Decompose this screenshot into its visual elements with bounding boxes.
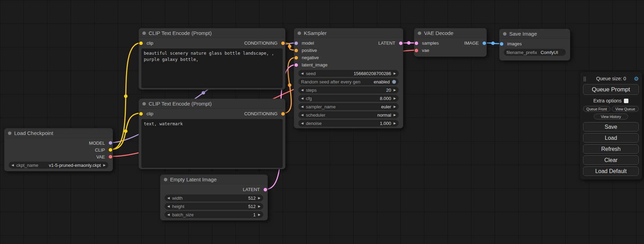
queue-prompt-button[interactable]: Queue Prompt xyxy=(583,84,639,95)
widget-value: enabled xyxy=(374,79,390,84)
input-port-vae[interactable] xyxy=(415,49,418,52)
widget-ckpt-name[interactable]: ◀ ckpt_name v1-5-pruned-emaonly.ckpt ▶ xyxy=(9,162,108,169)
input-port-latent-image[interactable] xyxy=(294,63,298,67)
input-port-model[interactable] xyxy=(294,42,298,45)
collapse-dot-icon[interactable] xyxy=(503,32,506,36)
collapse-dot-icon[interactable] xyxy=(142,31,146,35)
arrow-left-icon[interactable]: ◀ xyxy=(11,164,14,167)
widget-label: height xyxy=(172,204,184,209)
input-label-negative: negative xyxy=(302,55,319,60)
arrow-right-icon[interactable]: ▶ xyxy=(394,89,396,92)
arrow-left-icon[interactable]: ◀ xyxy=(167,205,170,208)
widget-steps[interactable]: ◀ steps 20 ▶ xyxy=(298,87,399,93)
drag-handle-icon[interactable]: ⣿ xyxy=(583,76,586,81)
collapse-dot-icon[interactable] xyxy=(298,31,301,35)
node-title: KSampler xyxy=(304,30,327,36)
arrow-left-icon[interactable]: ◀ xyxy=(301,72,303,75)
input-port-positive[interactable] xyxy=(294,49,298,52)
collapse-dot-icon[interactable] xyxy=(8,132,11,135)
node-clip-text-encode-negative[interactable]: CLIP Text Encode (Prompt) clip CONDITION… xyxy=(139,99,285,169)
arrow-right-icon[interactable]: ▶ xyxy=(103,164,106,167)
node-titlebar[interactable]: CLIP Text Encode (Prompt) xyxy=(139,28,285,38)
queue-front-button[interactable]: Queue Front xyxy=(583,106,610,112)
widget-value: 1 xyxy=(253,212,256,217)
output-port-clip[interactable] xyxy=(109,148,112,152)
queue-panel-header[interactable]: ⣿ Queue size: 0 ⚙ xyxy=(583,75,639,82)
widget-batch-size[interactable]: ◀ batch_size 1 ▶ xyxy=(165,211,263,218)
output-port-model[interactable] xyxy=(109,141,112,145)
widget-height[interactable]: ◀ height 512 ▶ xyxy=(165,203,263,210)
widget-label: seed xyxy=(306,71,316,76)
settings-gear-icon[interactable]: ⚙ xyxy=(634,75,639,82)
arrow-right-icon[interactable]: ▶ xyxy=(258,197,261,200)
output-port-vae[interactable] xyxy=(109,155,112,159)
view-history-button[interactable]: View History xyxy=(594,114,628,119)
output-port-latent[interactable] xyxy=(399,42,403,45)
arrow-left-icon[interactable]: ◀ xyxy=(167,197,170,200)
arrow-right-icon[interactable]: ▶ xyxy=(394,122,396,125)
arrow-right-icon[interactable]: ▶ xyxy=(394,105,396,108)
arrow-left-icon[interactable]: ◀ xyxy=(301,97,303,100)
widget-random-seed-toggle[interactable]: Random seed after every gen enabled xyxy=(298,78,399,85)
node-vae-decode[interactable]: VAE Decode samples IMAGE vae xyxy=(414,28,487,57)
input-port-clip[interactable] xyxy=(139,42,143,45)
toggle-dot-icon[interactable] xyxy=(392,80,396,84)
arrow-right-icon[interactable]: ▶ xyxy=(394,114,396,117)
node-empty-latent-image[interactable]: Empty Latent Image LATENT ◀ width 512 ▶ … xyxy=(160,174,268,220)
node-titlebar[interactable]: KSampler xyxy=(294,28,403,38)
link-midpoint-dot xyxy=(288,83,291,87)
output-port-latent[interactable] xyxy=(264,188,267,191)
widget-denoise[interactable]: ◀ denoise 1.000 ▶ xyxy=(298,120,399,127)
arrow-right-icon[interactable]: ▶ xyxy=(394,97,396,100)
arrow-right-icon[interactable]: ▶ xyxy=(394,72,396,75)
arrow-left-icon[interactable]: ◀ xyxy=(301,89,303,92)
widget-value: 512 xyxy=(248,196,256,201)
node-titlebar[interactable]: CLIP Text Encode (Prompt) xyxy=(139,99,285,109)
node-titlebar[interactable]: Empty Latent Image xyxy=(160,175,267,184)
node-load-checkpoint[interactable]: Load Checkpoint MODEL CLIP VAE ◀ ckpt_na… xyxy=(4,128,113,171)
clear-button[interactable]: Clear xyxy=(583,155,639,165)
output-port-conditioning[interactable] xyxy=(281,112,285,116)
widget-seed[interactable]: ◀ seed 156680208700286 ▶ xyxy=(298,70,399,77)
load-default-button[interactable]: Load Default xyxy=(583,166,639,176)
arrow-left-icon[interactable]: ◀ xyxy=(167,213,170,216)
node-save-image[interactable]: Save Image images filename_prefix ComfyU… xyxy=(499,29,570,61)
view-queue-button[interactable]: View Queue xyxy=(612,106,639,112)
extra-options-checkbox[interactable] xyxy=(624,99,628,103)
arrow-left-icon[interactable]: ◀ xyxy=(301,122,303,125)
node-ksampler[interactable]: KSampler model LATENT positive negative … xyxy=(294,28,403,128)
refresh-button[interactable]: Refresh xyxy=(583,144,639,154)
node-titlebar[interactable]: VAE Decode xyxy=(414,28,486,38)
input-port-clip[interactable] xyxy=(139,112,143,116)
widget-value: 512 xyxy=(248,204,256,209)
link-midpoint-dot xyxy=(288,45,291,48)
widget-cfg[interactable]: ◀ cfg 8.000 ▶ xyxy=(298,95,399,102)
widget-width[interactable]: ◀ width 512 ▶ xyxy=(165,195,263,201)
output-port-conditioning[interactable] xyxy=(281,42,285,45)
input-port-samples[interactable] xyxy=(415,42,418,45)
node-clip-text-encode-positive[interactable]: CLIP Text Encode (Prompt) clip CONDITION… xyxy=(139,28,285,90)
prompt-textarea[interactable]: text, watermark xyxy=(141,119,283,168)
input-port-images[interactable] xyxy=(500,42,503,46)
widget-scheduler[interactable]: ◀ scheduler normal ▶ xyxy=(298,111,399,118)
arrow-left-icon[interactable]: ◀ xyxy=(301,105,303,108)
arrow-right-icon[interactable]: ▶ xyxy=(258,205,261,208)
node-titlebar[interactable]: Save Image xyxy=(500,29,570,39)
collapse-dot-icon[interactable] xyxy=(418,31,421,35)
widget-label: sampler_name xyxy=(306,104,336,109)
output-port-image[interactable] xyxy=(483,42,486,45)
node-graph-canvas[interactable]: Load Checkpoint MODEL CLIP VAE ◀ ckpt_na… xyxy=(0,0,644,244)
arrow-left-icon[interactable]: ◀ xyxy=(301,114,303,117)
node-titlebar[interactable]: Load Checkpoint xyxy=(5,128,113,138)
link-image xyxy=(485,43,501,44)
save-button[interactable]: Save xyxy=(583,122,639,132)
load-button[interactable]: Load xyxy=(583,133,639,143)
collapse-dot-icon[interactable] xyxy=(142,102,146,106)
input-port-negative[interactable] xyxy=(294,56,298,60)
widget-sampler-name[interactable]: ◀ sampler_name euler ▶ xyxy=(298,103,399,110)
widget-filename-prefix[interactable]: filename_prefix ComfyUI xyxy=(504,49,566,56)
prompt-textarea[interactable]: beautiful scenery nature glass bottle la… xyxy=(141,48,283,88)
arrow-right-icon[interactable]: ▶ xyxy=(258,213,261,216)
collapse-dot-icon[interactable] xyxy=(164,178,167,181)
input-label-vae: vae xyxy=(422,48,429,53)
